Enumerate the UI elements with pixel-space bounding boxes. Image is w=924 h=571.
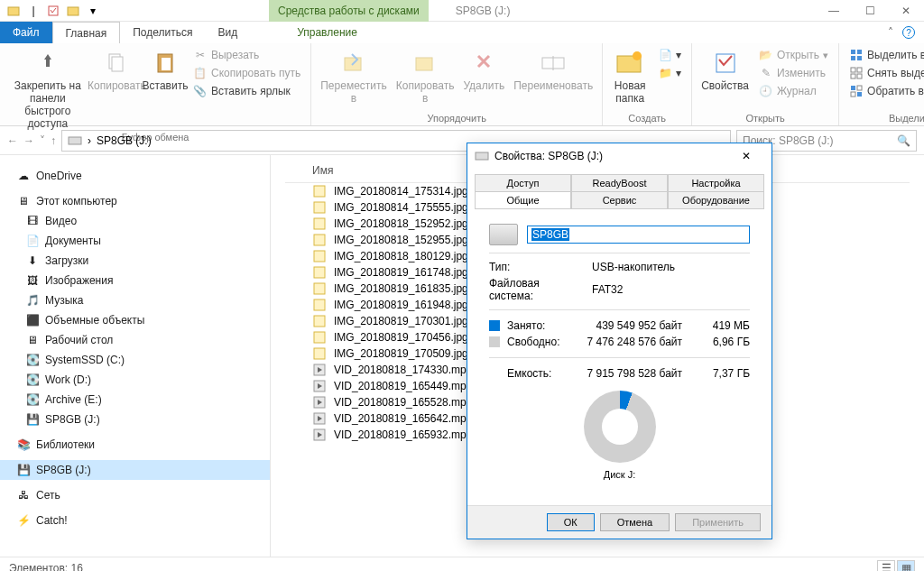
copy-to-button[interactable]: Копировать в [394, 47, 457, 106]
sidebar-item-network[interactable]: 🖧Сеть [0, 485, 270, 505]
paste-button[interactable]: Вставить [145, 47, 185, 94]
new-folder-qat-icon[interactable] [65, 3, 81, 19]
select-all-button[interactable]: Выделить все [846, 47, 924, 63]
view-tiles-button[interactable]: ▦ [897, 560, 915, 572]
invert-selection-button[interactable]: Обратить выделение [846, 83, 924, 99]
edit-button[interactable]: ✎Изменить [756, 65, 831, 81]
sidebar-item-desktop[interactable]: 🖥Рабочий стол [0, 330, 270, 350]
tab-view[interactable]: Вид [205, 22, 250, 43]
capacity-bytes: 7 915 798 528 байт [570, 367, 700, 380]
ribbon-collapse-icon[interactable]: ˄ [888, 26, 893, 39]
properties-qat-icon[interactable] [45, 3, 61, 19]
navigation-pane[interactable]: ☁OneDrive 🖥Этот компьютер 🎞Видео 📄Докуме… [0, 155, 271, 557]
dlg-tab-settings[interactable]: Настройка [668, 174, 764, 191]
view-details-button[interactable]: ☰ [877, 560, 895, 572]
copy-button[interactable]: Копировать [94, 47, 140, 94]
dialog-buttons: ОК Отмена Применить [467, 505, 772, 539]
ok-button[interactable]: ОК [547, 513, 595, 531]
dialog-close-button[interactable]: ✕ [728, 150, 764, 162]
usb-drive-icon: 💾 [16, 463, 31, 477]
sidebar-item-systemssd[interactable]: 💽SystemSSD (C:) [0, 350, 270, 370]
free-label: Свободно: [507, 336, 570, 348]
help-icon[interactable]: ? [902, 26, 915, 39]
select-none-button[interactable]: Снять выделение [846, 65, 924, 81]
nav-recent-dropdown[interactable]: ˅ [40, 134, 45, 147]
objects3d-icon: ⬛ [25, 313, 40, 327]
sidebar-item-documents[interactable]: 📄Документы [0, 231, 270, 251]
svg-rect-37 [314, 348, 325, 359]
dialog-body: SP8GB Тип:USB-накопитель Файловая систем… [475, 208, 764, 505]
window-controls: — ☐ ✕ [816, 0, 924, 22]
history-button[interactable]: 🕘Журнал [756, 83, 831, 99]
ribbon-group-open: Свойства 📂Открыть ▾ ✎Изменить 🕘Журнал От… [692, 43, 839, 125]
dialog-titlebar[interactable]: Свойства: SP8GB (J:) ✕ [467, 143, 772, 169]
sidebar-item-onedrive[interactable]: ☁OneDrive [0, 166, 270, 186]
image-file-icon [312, 346, 327, 361]
image-file-icon [312, 330, 327, 345]
drive-icon: 💽 [25, 373, 40, 387]
volume-label-input[interactable]: SP8GB [527, 226, 750, 244]
open-group-label: Открыть [746, 113, 785, 124]
delete-button[interactable]: Удалить [461, 47, 506, 94]
ribbon-group-organize: Переместить в Копировать в Удалить Переи… [311, 43, 603, 125]
dlg-tab-readyboost[interactable]: ReadyBoost [571, 174, 668, 191]
svg-rect-18 [851, 68, 855, 72]
move-to-button[interactable]: Переместить в [319, 47, 389, 106]
sidebar-item-libraries[interactable]: 📚Библиотеки [0, 435, 270, 455]
pin-button[interactable]: Закрепить на панели быстрого доступа [7, 47, 88, 132]
new-item-button[interactable]: 📄▾ [655, 47, 684, 63]
apply-button[interactable]: Применить [675, 513, 761, 531]
free-human: 6,96 ГБ [700, 336, 750, 348]
new-item-icon: 📄 [658, 48, 672, 62]
maximize-button[interactable]: ☐ [852, 0, 888, 22]
sidebar-item-pictures[interactable]: 🖼Изображения [0, 271, 270, 290]
easy-access-button[interactable]: 📁▾ [655, 65, 684, 81]
invert-selection-icon [849, 84, 864, 98]
nav-up-button[interactable]: ↑ [51, 134, 56, 147]
sidebar-item-catch[interactable]: ⚡Catch! [0, 511, 270, 530]
file-name: IMG_20180818_152952.jpg [334, 217, 468, 230]
sidebar-item-videos[interactable]: 🎞Видео [0, 211, 270, 231]
sidebar-item-archive[interactable]: 💽Archive (E:) [0, 390, 270, 410]
used-bytes: 439 549 952 байт [570, 319, 700, 332]
sidebar-item-work[interactable]: 💽Work (D:) [0, 370, 270, 390]
move-to-icon [339, 49, 368, 78]
tab-file[interactable]: Файл [0, 22, 52, 43]
dlg-tab-service[interactable]: Сервис [571, 191, 668, 208]
nav-forward-button[interactable]: → [23, 134, 34, 147]
rename-button[interactable]: Переименовать [512, 47, 595, 94]
dlg-tab-access[interactable]: Доступ [475, 174, 571, 191]
sidebar-item-this-pc[interactable]: 🖥Этот компьютер [0, 191, 270, 211]
drive-breadcrumb-icon [68, 135, 82, 146]
svg-rect-16 [851, 56, 855, 60]
svg-rect-4 [112, 57, 123, 71]
nav-back-button[interactable]: ← [7, 134, 18, 147]
titlebar: | ▾ Средства работы с дисками SP8GB (J:)… [0, 0, 924, 22]
paste-shortcut-button[interactable]: 📎Вставить ярлык [190, 83, 303, 99]
sidebar-item-downloads[interactable]: ⬇Загрузки [0, 251, 270, 271]
used-label: Занято: [507, 319, 570, 332]
image-file-icon [312, 265, 327, 280]
dlg-tab-hardware[interactable]: Оборудование [668, 191, 764, 208]
tab-share[interactable]: Поделиться [120, 22, 205, 43]
copy-path-button[interactable]: 📋Скопировать путь [190, 65, 303, 81]
qat-dropdown-icon[interactable]: ▾ [85, 3, 101, 19]
file-name: IMG_20180819_161748.jpg [334, 266, 468, 279]
minimize-button[interactable]: — [816, 0, 852, 22]
dlg-tab-general[interactable]: Общие [475, 191, 571, 208]
sidebar-item-sp8gb-selected[interactable]: 💾SP8GB (J:) [0, 460, 270, 480]
new-folder-button[interactable]: Новая папка [610, 47, 650, 106]
tab-manage[interactable]: Управление [284, 22, 370, 43]
cut-button[interactable]: ✂Вырезать [190, 47, 303, 63]
sidebar-item-music[interactable]: 🎵Музыка [0, 290, 270, 310]
svg-rect-31 [314, 251, 325, 262]
sidebar-item-sp8gb[interactable]: 💾SP8GB (J:) [0, 410, 270, 429]
open-button[interactable]: 📂Открыть ▾ [756, 47, 831, 63]
close-button[interactable]: ✕ [888, 0, 924, 22]
sidebar-item-3d[interactable]: ⬛Объемные объекты [0, 310, 270, 330]
tab-home[interactable]: Главная [52, 22, 121, 43]
cancel-button[interactable]: Отмена [600, 513, 670, 531]
properties-button[interactable]: Свойства [699, 47, 751, 94]
file-name: VID_20180819_165932.mp4 [334, 428, 472, 441]
breadcrumb-location[interactable]: SP8GB (J:) [97, 134, 152, 147]
